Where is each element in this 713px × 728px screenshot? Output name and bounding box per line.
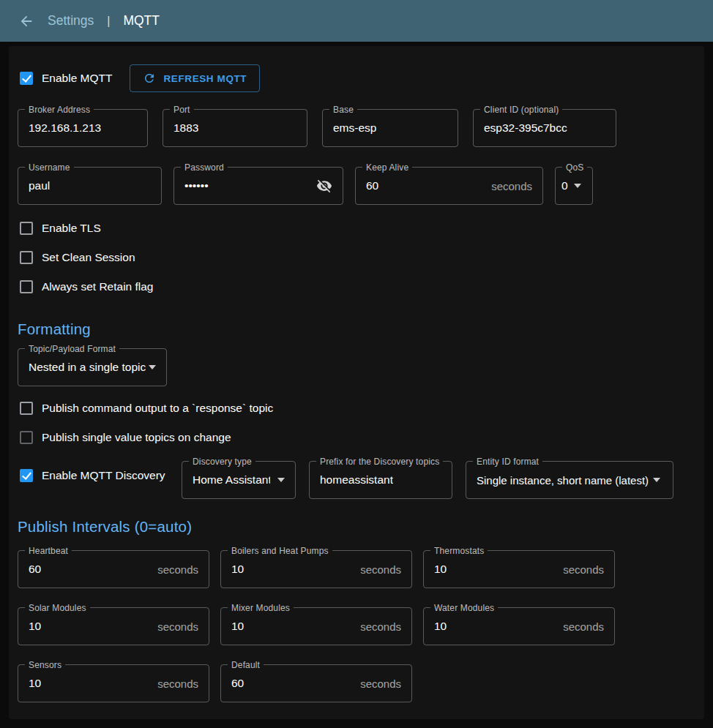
field-value: Nested in a single topic <box>29 361 146 374</box>
field-label: Topic/Payload Format <box>25 344 119 354</box>
formatting-options: Publish command output to a `response` t… <box>18 394 695 452</box>
settings-card: Enable MQTT REFRESH MQTT Broker Address … <box>9 46 704 719</box>
field-value: 0 <box>561 179 568 192</box>
field-value: •••••• <box>184 179 209 192</box>
publish-intervals-grid: Heartbeat 60 seconds Boilers and Heat Pu… <box>18 550 695 702</box>
chevron-down-icon <box>149 365 156 369</box>
field-label: Solar Modules <box>25 603 90 613</box>
topic-payload-format-select[interactable]: Topic/Payload Format Nested in a single … <box>18 348 167 386</box>
username-field[interactable]: Username paul <box>18 167 162 205</box>
field-unit: seconds <box>557 563 604 576</box>
enable-mqtt-label: Enable MQTT <box>42 72 112 85</box>
field-label: Entity ID format <box>473 457 542 467</box>
breadcrumb-separator: | <box>107 15 110 28</box>
water-modules-field[interactable]: Water Modules 10 seconds <box>423 607 615 645</box>
client-id-field[interactable]: Client ID (optional) esp32-395c7bcc <box>473 109 616 147</box>
clean-session-label: Set Clean Session <box>42 251 135 264</box>
retain-flag-checkbox[interactable]: Always set Retain flag <box>18 272 695 301</box>
field-value: ems-esp <box>333 121 376 135</box>
checkbox-icon <box>20 251 33 264</box>
field-label: Discovery type <box>189 457 255 467</box>
field-label: Default <box>228 660 264 670</box>
default-interval-field[interactable]: Default 60 seconds <box>220 664 412 702</box>
checkbox-icon <box>20 72 33 85</box>
field-value: paul <box>29 179 50 192</box>
password-field[interactable]: Password •••••• <box>173 167 343 205</box>
field-label: Client ID (optional) <box>480 105 562 115</box>
visibility-off-icon[interactable] <box>316 178 332 194</box>
enable-discovery-label: Enable MQTT Discovery <box>42 469 165 482</box>
keep-alive-field[interactable]: Keep Alive 60 seconds <box>355 167 543 205</box>
field-value: Single instance, short name (latest) <box>477 474 649 487</box>
page-title-mqtt: MQTT <box>123 13 160 29</box>
refresh-mqtt-button[interactable]: REFRESH MQTT <box>130 64 260 92</box>
field-value: 60 <box>231 677 244 690</box>
field-label: Boilers and Heat Pumps <box>228 546 332 556</box>
publish-single-label: Publish single value topics on change <box>42 431 231 444</box>
field-value: 60 <box>366 179 378 192</box>
enable-mqtt-checkbox[interactable]: Enable MQTT <box>18 64 112 93</box>
clean-session-checkbox[interactable]: Set Clean Session <box>18 243 695 272</box>
breadcrumb-settings[interactable]: Settings <box>48 13 94 29</box>
chevron-down-icon <box>574 184 581 188</box>
broker-address-field[interactable]: Broker Address 192.168.1.213 <box>18 109 148 147</box>
base-field[interactable]: Base ems-esp <box>322 109 458 147</box>
discovery-prefix-field[interactable]: Prefix for the Discovery topics homeassi… <box>309 461 452 499</box>
field-value: Home Assistant <box>193 473 270 487</box>
field-label: QoS <box>562 162 587 173</box>
field-value: 10 <box>231 620 244 633</box>
refresh-icon <box>143 72 156 85</box>
discovery-type-select[interactable]: Discovery type Home Assistant <box>182 461 296 499</box>
field-value: 192.168.1.213 <box>29 121 101 135</box>
entity-id-format-select[interactable]: Entity ID format Single instance, short … <box>466 461 673 499</box>
enable-tls-checkbox[interactable]: Enable TLS <box>18 214 695 243</box>
publish-single-checkbox[interactable]: Publish single value topics on change <box>18 423 695 452</box>
boilers-heatpumps-field[interactable]: Boilers and Heat Pumps 10 seconds <box>220 550 412 588</box>
field-label: Heartbeat <box>25 546 72 556</box>
field-label: Mixer Modules <box>228 603 294 613</box>
field-label: Thermostats <box>430 546 488 556</box>
checkbox-icon <box>20 431 33 444</box>
field-label: Water Modules <box>430 603 498 613</box>
sensors-field[interactable]: Sensors 10 seconds <box>18 664 209 702</box>
field-label: Sensors <box>25 660 65 670</box>
enable-discovery-checkbox[interactable]: Enable MQTT Discovery <box>18 461 168 490</box>
field-unit: seconds <box>557 620 604 633</box>
field-value: 10 <box>231 563 244 576</box>
qos-select[interactable]: QoS 0 <box>555 167 593 205</box>
field-value: esp32-395c7bcc <box>484 121 567 135</box>
publish-intervals-heading: Publish Intervals (0=auto) <box>18 518 695 536</box>
field-value: 10 <box>29 620 41 633</box>
field-value: 10 <box>434 620 447 633</box>
field-label: Base <box>329 105 357 115</box>
app-bar: Settings | MQTT <box>0 0 713 42</box>
field-label: Keep Alive <box>362 162 412 173</box>
thermostats-field[interactable]: Thermostats 10 seconds <box>423 550 615 588</box>
field-value: 1883 <box>173 121 198 135</box>
solar-modules-field[interactable]: Solar Modules 10 seconds <box>18 607 209 645</box>
enable-tls-label: Enable TLS <box>42 222 101 235</box>
heartbeat-field[interactable]: Heartbeat 60 seconds <box>18 550 209 588</box>
formatting-heading: Formatting <box>18 320 695 338</box>
field-value: 60 <box>29 563 41 576</box>
connection-options: Enable TLS Set Clean Session Always set … <box>18 214 695 301</box>
field-label: Password <box>181 162 228 173</box>
field-value: homeassistant <box>320 473 393 487</box>
retain-flag-label: Always set Retain flag <box>42 280 154 293</box>
field-label: Broker Address <box>25 105 94 115</box>
field-unit: seconds <box>354 563 401 576</box>
chevron-down-icon <box>653 478 660 482</box>
connection-row-1: Broker Address 192.168.1.213 Port 1883 B… <box>18 109 695 147</box>
field-unit: seconds <box>354 620 401 633</box>
topic-format-row: Topic/Payload Format Nested in a single … <box>18 348 695 386</box>
discovery-row: Enable MQTT Discovery Discovery type Hom… <box>18 461 695 499</box>
field-unit: seconds <box>152 563 198 576</box>
field-value: 10 <box>434 563 447 576</box>
port-field[interactable]: Port 1883 <box>163 109 307 147</box>
checkbox-icon <box>20 469 33 482</box>
field-unit: seconds <box>485 180 532 192</box>
mixer-modules-field[interactable]: Mixer Modules 10 seconds <box>220 607 412 645</box>
publish-response-checkbox[interactable]: Publish command output to a `response` t… <box>18 394 695 423</box>
field-label: Username <box>25 162 74 173</box>
back-arrow-icon[interactable] <box>18 13 34 29</box>
